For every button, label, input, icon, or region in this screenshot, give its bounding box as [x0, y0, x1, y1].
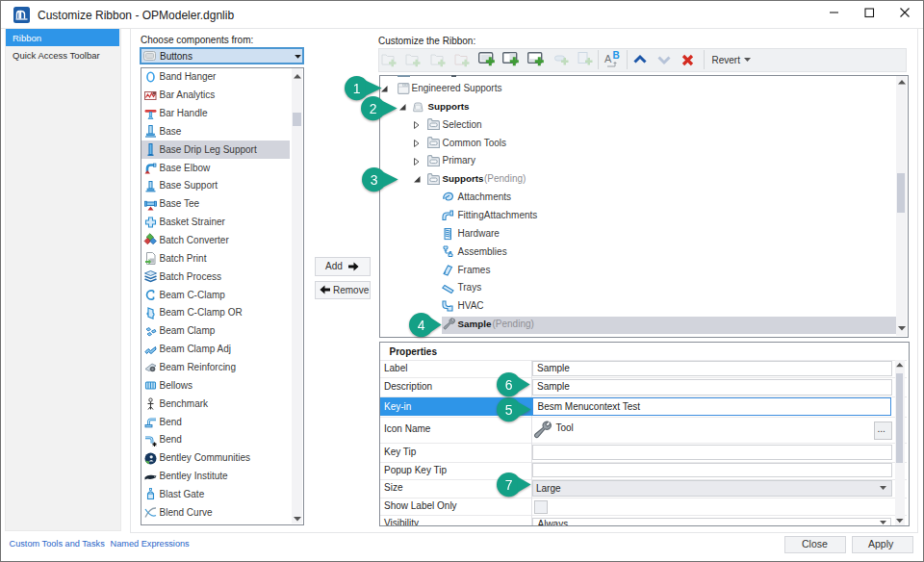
svg-text:2: 2	[370, 101, 377, 116]
svg-text:7: 7	[505, 477, 513, 493]
svg-text:5: 5	[505, 402, 513, 418]
svg-text:3: 3	[371, 171, 378, 187]
svg-text:1: 1	[353, 81, 361, 96]
svg-text:6: 6	[505, 377, 513, 393]
svg-text:4: 4	[418, 318, 425, 333]
